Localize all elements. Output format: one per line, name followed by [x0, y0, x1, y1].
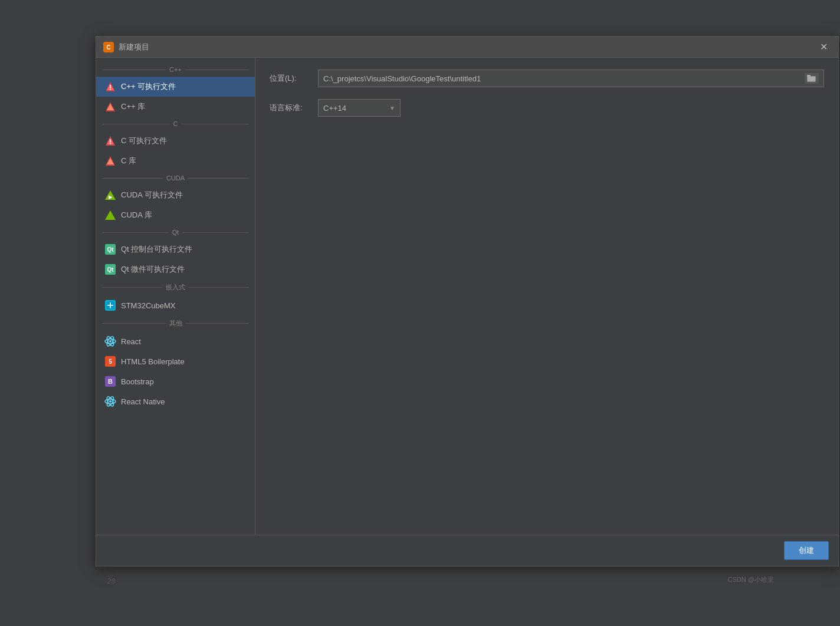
content-panel: 位置(L): 语言标准: [255, 58, 838, 535]
app-icon: C [103, 42, 114, 52]
section-other: 其他 [96, 315, 255, 331]
project-type-sidebar: C++ C++ 可执行文件 [96, 58, 255, 535]
language-row: 语言标准: C++11 C++14 C++17 C++20 ▼ [270, 99, 824, 117]
react-label: React [121, 337, 141, 346]
dialog-title: 新建项目 [119, 42, 816, 52]
qt-console-label: Qt 控制台可执行文件 [121, 244, 192, 255]
cuda-lib-label: CUDA 库 [121, 210, 152, 220]
svg-point-11 [110, 143, 111, 144]
sidebar-item-cuda-lib[interactable]: CUDA 库 [96, 205, 255, 225]
bootstrap-icon: B [104, 375, 116, 387]
language-select[interactable]: C++11 C++14 C++17 C++20 [323, 104, 395, 113]
location-label: 位置(L): [270, 73, 311, 84]
sidebar-item-react[interactable]: React [96, 331, 255, 351]
cpp-exe-icon [104, 81, 116, 93]
sidebar-item-html5[interactable]: 5 HTML5 Boilerplate [96, 351, 255, 371]
section-cuda: CUDA [96, 171, 255, 185]
cpp-lib-label: C++ 库 [121, 101, 145, 112]
qt-widget-label: Qt 微件可执行文件 [121, 264, 185, 275]
bootstrap-label: Bootstrap [121, 377, 154, 386]
c-exe-label: C 可执行文件 [121, 136, 167, 146]
sidebar-item-react-native[interactable]: React Native [96, 391, 255, 411]
browse-folder-button[interactable] [805, 73, 819, 84]
sidebar-item-cuda-exe[interactable]: ▶ CUDA 可执行文件 [96, 185, 255, 205]
svg-rect-31 [808, 77, 815, 81]
svg-point-5 [110, 89, 111, 90]
html5-label: HTML5 Boilerplate [121, 357, 185, 366]
qt-widget-icon: Qt [104, 263, 116, 275]
react-native-label: React Native [121, 397, 165, 406]
sidebar-item-c-lib[interactable]: C 库 [96, 151, 255, 171]
sidebar-item-c-exe[interactable]: C 可执行文件 [96, 131, 255, 151]
section-embedded: 嵌入式 [96, 279, 255, 295]
c-lib-label: C 库 [121, 156, 136, 166]
qt-console-icon: Qt [104, 243, 116, 255]
section-c: C [96, 117, 255, 131]
react-native-icon [104, 396, 116, 407]
cpp-lib-icon [104, 101, 116, 113]
svg-text:▶: ▶ [109, 195, 113, 200]
html5-icon: 5 [104, 355, 116, 367]
react-icon [104, 335, 116, 347]
sidebar-item-stm32[interactable]: STM32CubeMX [96, 295, 255, 315]
language-select-wrapper: C++11 C++14 C++17 C++20 ▼ [318, 99, 401, 117]
title-bar: C 新建项目 ✕ [96, 37, 838, 58]
sidebar-item-cpp-lib[interactable]: C++ 库 [96, 97, 255, 117]
sidebar-item-bootstrap[interactable]: B Bootstrap [96, 371, 255, 391]
stm32-icon [104, 299, 116, 311]
svg-marker-16 [105, 210, 116, 220]
svg-point-28 [109, 400, 111, 403]
svg-rect-30 [807, 75, 811, 77]
svg-point-24 [109, 340, 111, 342]
sidebar-item-cpp-exe[interactable]: C++ 可执行文件 [96, 77, 255, 97]
location-input[interactable] [323, 74, 802, 83]
location-input-wrapper [318, 70, 824, 87]
cuda-exe-icon: ▶ [104, 189, 116, 201]
close-button[interactable]: ✕ [816, 40, 831, 54]
c-lib-icon [104, 155, 116, 167]
c-exe-icon [104, 135, 116, 147]
dialog-footer: 创建 [96, 535, 838, 566]
svg-text:C: C [106, 44, 110, 51]
cpp-exe-label: C++ 可执行文件 [121, 81, 176, 92]
location-row: 位置(L): [270, 70, 824, 87]
section-qt: Qt [96, 225, 255, 239]
watermark: CSDN @小哈里 [728, 575, 774, 584]
create-button[interactable]: 创建 [784, 541, 829, 560]
language-label: 语言标准: [270, 103, 311, 113]
cuda-lib-icon [104, 209, 116, 221]
stm32-label: STM32CubeMX [121, 301, 175, 310]
section-cpp: C++ [96, 62, 255, 77]
sidebar-item-qt-widget[interactable]: Qt Qt 微件可执行文件 [96, 259, 255, 279]
sidebar-item-qt-console[interactable]: Qt Qt 控制台可执行文件 [96, 239, 255, 259]
cuda-exe-label: CUDA 可执行文件 [121, 190, 183, 200]
page-number: 28 [107, 577, 115, 585]
